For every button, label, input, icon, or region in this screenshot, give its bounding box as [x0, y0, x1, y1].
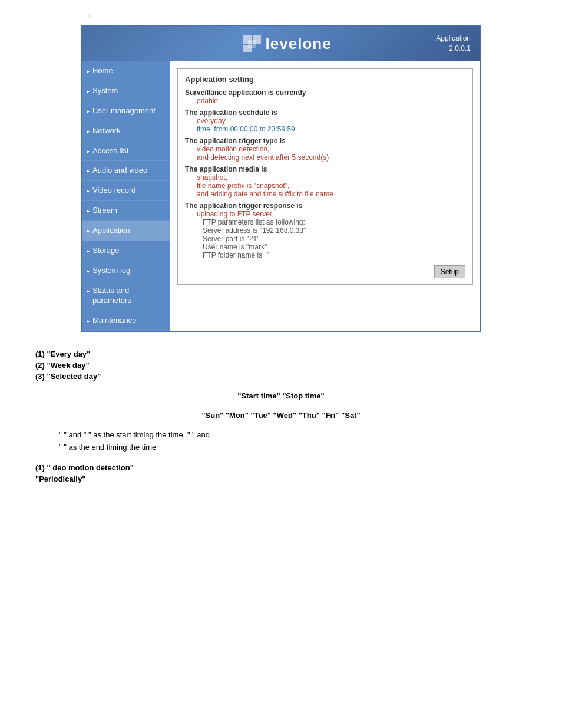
arrow-icon: ▸ — [87, 127, 90, 135]
ui-panel: levelone Application 2.0.0.1 ▸ Home ▸ Sy… — [81, 25, 481, 332]
arrow-icon: ▸ — [87, 147, 90, 155]
sidebar-item-system[interactable]: ▸ System — [82, 81, 170, 101]
sidebar-label: Storage — [92, 246, 120, 256]
sidebar-item-status-parameters[interactable]: ▸ Status and parameters — [82, 281, 170, 311]
label-trigger-type: The application trigger type is — [185, 137, 465, 145]
list-item-2: (2) "Week day" — [35, 361, 527, 370]
sidebar-item-storage[interactable]: ▸ Storage — [82, 241, 170, 261]
arrow-icon: ▸ — [87, 87, 90, 95]
sidebar-item-audio-video[interactable]: ▸ Audio and video — [82, 161, 170, 181]
arrow-icon: ▸ — [87, 187, 90, 195]
value-ftp-server-addr: Server address is "192.168.0.33" — [203, 226, 465, 235]
timing-desc-1: " " and " " as the start timing the time… — [59, 430, 527, 439]
sidebar-label: System — [92, 86, 118, 96]
logo-icon — [243, 35, 262, 52]
day-labels: "Sun" "Mon" "Tue" "Wed" "Thu" "Fri" "Sat… — [35, 411, 527, 420]
value-date-suffix: and adding date and time suffix to file … — [197, 190, 465, 198]
label-media: The application media is — [185, 165, 465, 173]
sidebar-item-stream[interactable]: ▸ Stream — [82, 201, 170, 221]
trigger-section: (1) " deo motion detection" "Periodicall… — [35, 463, 527, 483]
sidebar-label: Stream — [92, 206, 117, 216]
top-note: › — [18, 12, 544, 19]
ui-header: levelone Application 2.0.0.1 — [82, 26, 480, 61]
svg-rect-3 — [248, 40, 256, 48]
sidebar-item-system-log[interactable]: ▸ System log — [82, 261, 170, 281]
sidebar-item-application[interactable]: ▸ Application — [82, 221, 170, 241]
arrow-icon: ▸ — [87, 317, 90, 325]
arrow-icon: ▸ — [87, 267, 90, 275]
logo-area: levelone — [138, 35, 436, 53]
value-enable: enable — [197, 97, 465, 105]
sidebar-label: User management — [92, 106, 156, 116]
label-trigger-response: The application trigger response is — [185, 202, 465, 210]
sidebar-label: Access list — [92, 146, 128, 156]
logo-text: levelone — [266, 35, 332, 53]
setup-btn-row: Setup — [185, 265, 465, 278]
sidebar-label: Network — [92, 126, 121, 136]
value-ftp-port: Server port is "21" — [203, 235, 465, 243]
below-content: (1) "Every day" (2) "Week day" (3) "Sele… — [18, 344, 544, 492]
value-time-range: time: from 00:00:00 to 23:59:59 — [197, 125, 465, 133]
value-ftp-username: User name is "mark" — [203, 243, 465, 251]
label-schedule: The application sechdule is — [185, 108, 465, 117]
section-title: Application setting — [185, 75, 465, 84]
sidebar-label: Video record — [92, 186, 135, 196]
sidebar-label: Home — [92, 66, 113, 76]
trigger-list-1: (1) " deo motion detection" — [35, 463, 527, 472]
list-item-3: (3) "Selected day" — [35, 372, 527, 381]
trigger-list-2: "Periodically" — [35, 475, 527, 483]
value-filename-prefix: file name prefix is "snapshot", — [197, 182, 465, 190]
arrow-icon: ▸ — [87, 207, 90, 215]
sidebar: ▸ Home ▸ System ▸ User management ▸ Netw… — [82, 61, 170, 331]
timing-label: "Start time" "Stop time" — [35, 391, 527, 400]
arrow-icon: ▸ — [87, 247, 90, 255]
sidebar-item-video-record[interactable]: ▸ Video record — [82, 181, 170, 201]
sidebar-item-maintenance[interactable]: ▸ Maintenance — [82, 311, 170, 331]
label-surveillance: Surveillance application is currently — [185, 88, 465, 97]
value-ftp-upload: uploading to FTP server — [197, 210, 465, 218]
arrow-icon: ▸ — [87, 167, 90, 174]
value-everyday: everyday — [197, 117, 465, 125]
sidebar-label: Maintenance — [92, 316, 136, 326]
sidebar-item-network[interactable]: ▸ Network — [82, 121, 170, 141]
value-ftp-folder: FTP folder name is "" — [203, 251, 465, 259]
sidebar-item-access-list[interactable]: ▸ Access list — [82, 141, 170, 162]
sidebar-label: Audio and video — [92, 166, 147, 176]
timing-desc-2: " " as the end timing the time — [59, 443, 527, 452]
value-snapshot: snapshot, — [197, 173, 465, 182]
sidebar-label: Application — [92, 226, 130, 236]
list-item-1: (1) "Every day" — [35, 350, 527, 358]
application-setting-box: Application setting Surveillance applica… — [177, 68, 473, 285]
value-motion: video motion detection, — [197, 145, 465, 153]
page-wrapper: › levelone Application 2.0.0.1 — [0, 0, 562, 503]
sidebar-item-user-management[interactable]: ▸ User management — [82, 101, 170, 121]
ui-body: ▸ Home ▸ System ▸ User management ▸ Netw… — [82, 61, 480, 331]
arrow-icon: ▸ — [87, 227, 90, 235]
sidebar-label: System log — [92, 266, 130, 276]
sidebar-label: Status and parameters — [92, 286, 164, 306]
value-next-event: and detecting next event after 5 second(… — [197, 153, 465, 162]
setup-button[interactable]: Setup — [434, 265, 465, 278]
arrow-icon: ▸ — [87, 107, 90, 115]
value-ftp-params-label: FTP parameters list as following: — [203, 218, 465, 226]
app-version: Application 2.0.0.1 — [436, 34, 471, 54]
content-area: Application setting Surveillance applica… — [170, 61, 480, 331]
sidebar-item-home[interactable]: ▸ Home — [82, 61, 170, 81]
arrow-icon: ▸ — [87, 67, 90, 75]
arrow-icon: ▸ — [87, 287, 90, 295]
